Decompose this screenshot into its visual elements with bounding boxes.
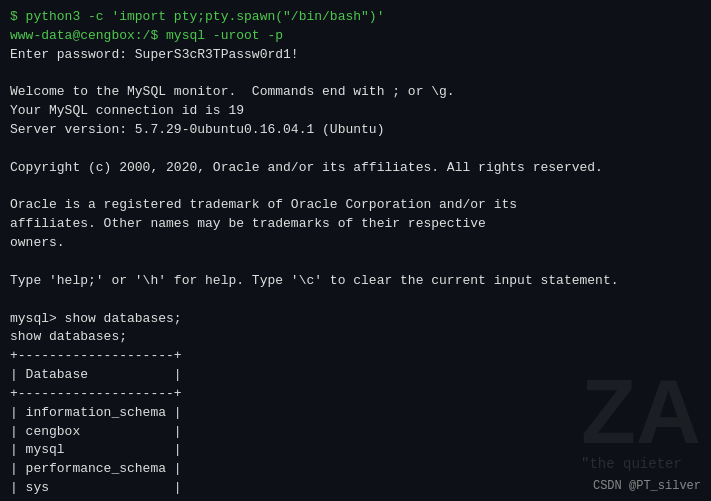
line-oracle1: Oracle is a registered trademark of Orac… [10, 196, 701, 215]
line-table4: | information_schema | [10, 404, 701, 423]
line-table2: | Database | [10, 366, 701, 385]
terminal: $ python3 -c 'import pty;pty.spawn("/bin… [0, 0, 711, 501]
line-show2: show databases; [10, 328, 701, 347]
line-blank3 [10, 178, 701, 197]
line-table6: | mysql | [10, 441, 701, 460]
line-show1: mysql> show databases; [10, 310, 701, 329]
line-info3: Server version: 5.7.29-0ubuntu0.16.04.1 … [10, 121, 701, 140]
line-blank4 [10, 253, 701, 272]
line-cmd3: Enter password: SuperS3cR3TPassw0rd1! [10, 46, 701, 65]
line-cmd1: $ python3 -c 'import pty;pty.spawn("/bin… [10, 8, 701, 27]
line-table3: +--------------------+ [10, 385, 701, 404]
line-copy1: Copyright (c) 2000, 2020, Oracle and/or … [10, 159, 701, 178]
line-cmd2: www-data@cengbox:/$ mysql -uroot -p [10, 27, 701, 46]
line-table1: +--------------------+ [10, 347, 701, 366]
line-info1: Welcome to the MySQL monitor. Commands e… [10, 83, 701, 102]
line-table7: | performance_schema | [10, 460, 701, 479]
line-help1: Type 'help;' or '\h' for help. Type '\c'… [10, 272, 701, 291]
line-info2: Your MySQL connection id is 19 [10, 102, 701, 121]
line-blank1 [10, 65, 701, 84]
line-blank2 [10, 140, 701, 159]
line-oracle2: affiliates. Other names may be trademark… [10, 215, 701, 234]
csdn-badge: CSDN @PT_silver [593, 479, 701, 493]
line-oracle3: owners. [10, 234, 701, 253]
line-table5: | cengbox | [10, 423, 701, 442]
line-blank5 [10, 291, 701, 310]
